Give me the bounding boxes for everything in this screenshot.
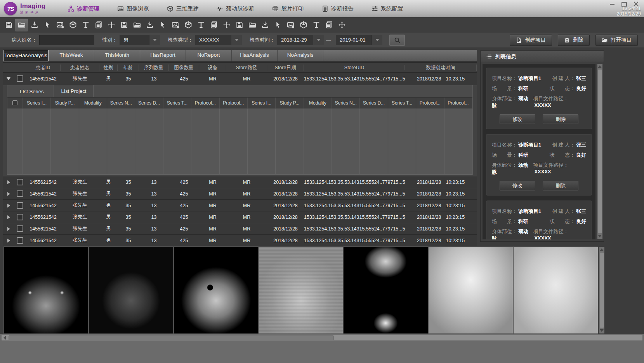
row-checkbox[interactable] bbox=[17, 190, 23, 197]
open-folder-tool-button[interactable] bbox=[130, 19, 143, 31]
scroll-up-icon[interactable] bbox=[600, 248, 604, 251]
image-badge-tool-button[interactable] bbox=[284, 19, 297, 31]
expand-cell[interactable] bbox=[3, 215, 14, 219]
row-checkbox[interactable] bbox=[17, 214, 23, 220]
checkbox-cell[interactable] bbox=[14, 225, 26, 232]
exam-type-dropdown-button[interactable] bbox=[231, 35, 242, 45]
series-select-all-checkbox[interactable] bbox=[12, 100, 17, 105]
nav-item-printer[interactable]: 胶片打印 bbox=[272, 5, 304, 12]
action-open-folder-button[interactable]: 打开项目 bbox=[595, 35, 638, 46]
expand-icon[interactable] bbox=[7, 215, 10, 219]
scroll-up-icon[interactable] bbox=[598, 65, 602, 68]
checkbox-cell[interactable] bbox=[14, 179, 26, 185]
action-trash-button[interactable]: 删除 bbox=[558, 35, 590, 46]
mri-thumbnail-3[interactable] bbox=[174, 247, 258, 333]
series-checkbox-cell[interactable] bbox=[7, 98, 23, 108]
nav-item-image-view[interactable]: 图像浏览 bbox=[117, 5, 149, 12]
delete-button[interactable]: 删除 bbox=[543, 114, 578, 124]
row-checkbox[interactable] bbox=[17, 75, 23, 82]
expand-cell[interactable] bbox=[3, 77, 14, 80]
patient-row[interactable]: 1455621542张先生男3513425MRMR2018/12/281533.… bbox=[3, 235, 477, 246]
cube-3d-tool-button[interactable] bbox=[297, 19, 310, 31]
save-tool-button[interactable] bbox=[233, 19, 246, 31]
action-file-plus-button[interactable]: 创建项目 bbox=[510, 35, 552, 46]
mri-thumbnail-1[interactable] bbox=[4, 247, 88, 333]
tab-thismonth[interactable]: ThisMonth bbox=[94, 50, 140, 61]
modify-button[interactable]: 修改 bbox=[500, 114, 535, 124]
row-checkbox[interactable] bbox=[17, 225, 23, 232]
row-checkbox[interactable] bbox=[17, 202, 23, 209]
patient-row[interactable]: 1455621542张先生男3513425MRMR2018/12/281533.… bbox=[3, 200, 477, 211]
checkbox-cell[interactable] bbox=[14, 214, 26, 220]
nav-item-waveform[interactable]: 颈动脉诊断 bbox=[217, 5, 254, 12]
save-tool-button[interactable] bbox=[118, 19, 130, 31]
expand-icon[interactable] bbox=[7, 204, 10, 208]
scroll-down-icon[interactable] bbox=[598, 235, 602, 237]
open-folder-tool-button[interactable] bbox=[15, 19, 28, 31]
expand-cell[interactable] bbox=[3, 239, 14, 243]
exam-type-select[interactable]: XXXXXX bbox=[195, 35, 242, 45]
tab-list-project[interactable]: LIst Project bbox=[54, 85, 94, 97]
mri-thumbnail-5[interactable] bbox=[344, 247, 428, 333]
expand-cell[interactable] bbox=[3, 192, 14, 196]
tab-noreport[interactable]: NoReport bbox=[186, 50, 232, 61]
move-tool-button[interactable] bbox=[105, 19, 118, 31]
row-checkbox[interactable] bbox=[17, 179, 23, 185]
text-tool-button[interactable] bbox=[310, 19, 323, 31]
patient-name-input[interactable] bbox=[39, 35, 94, 45]
checkbox-cell[interactable] bbox=[14, 190, 26, 197]
panel-scrollbar-thumb[interactable] bbox=[598, 70, 602, 233]
expand-icon[interactable] bbox=[7, 180, 10, 184]
tab-thisweek[interactable]: ThisWeek bbox=[49, 50, 94, 61]
text-tool-button[interactable] bbox=[79, 19, 92, 31]
row-checkbox[interactable] bbox=[17, 237, 23, 244]
layers-tool-button[interactable] bbox=[323, 19, 335, 31]
layers-tool-button[interactable] bbox=[207, 19, 220, 31]
patient-row[interactable]: 1455621542张先生男3513425MRMR2018/12/281533.… bbox=[3, 73, 477, 85]
horizontal-scrollbar[interactable] bbox=[2, 335, 642, 340]
nav-item-report[interactable]: 诊断报告 bbox=[322, 5, 354, 12]
patient-row[interactable]: 1455621542张先生男3513425MRMR2018/12/281533.… bbox=[3, 176, 477, 188]
date-from-dropdown-button[interactable] bbox=[313, 35, 324, 45]
image-badge-tool-button[interactable] bbox=[169, 19, 182, 31]
panel-scrollbar[interactable] bbox=[597, 64, 602, 239]
checkbox-cell[interactable] bbox=[14, 237, 26, 244]
expand-icon[interactable] bbox=[7, 192, 10, 196]
collapse-icon[interactable] bbox=[7, 77, 10, 80]
checkbox-cell[interactable] bbox=[14, 202, 26, 209]
tab-todayhasanalysis[interactable]: TodayHasAnalysis bbox=[3, 50, 49, 61]
minimize-button[interactable] bbox=[609, 2, 615, 7]
nav-item-settings[interactable]: 系统配置 bbox=[371, 5, 403, 12]
expand-cell[interactable] bbox=[3, 227, 14, 231]
cube-3d-tool-button[interactable] bbox=[182, 19, 194, 31]
date-from-select[interactable]: 2018-12-29 bbox=[277, 35, 324, 45]
mri-thumbnail-6[interactable] bbox=[429, 247, 513, 333]
checkbox-cell[interactable] bbox=[14, 75, 26, 82]
patient-row[interactable]: 1455621542张先生男3513425MRMR2018/12/281533.… bbox=[3, 223, 477, 235]
tab-hasanalysis[interactable]: HasAnalysis bbox=[232, 50, 278, 61]
expand-cell[interactable] bbox=[3, 204, 14, 208]
move-tool-button[interactable] bbox=[335, 19, 348, 31]
scroll-down-icon[interactable] bbox=[600, 329, 604, 332]
layers-tool-button[interactable] bbox=[92, 19, 105, 31]
move-tool-button[interactable] bbox=[220, 19, 233, 31]
mri-thumbnail-7[interactable] bbox=[514, 247, 598, 333]
nav-item-cube[interactable]: 三维重建 bbox=[167, 5, 199, 12]
cursor-tool-button[interactable] bbox=[41, 19, 54, 31]
delete-button[interactable]: 删除 bbox=[543, 181, 578, 190]
gender-dropdown-button[interactable] bbox=[149, 35, 160, 45]
tab-list-series[interactable]: LIst Series bbox=[13, 86, 50, 97]
modify-button[interactable]: 修改 bbox=[500, 181, 535, 190]
expand-icon[interactable] bbox=[7, 227, 10, 231]
cursor-tool-button[interactable] bbox=[156, 19, 169, 31]
thumbnail-scrollbar[interactable] bbox=[599, 247, 604, 333]
patient-row[interactable]: 1455621542张先生男3513425MRMR2018/12/281533.… bbox=[3, 211, 477, 223]
date-to-select[interactable]: 2019-01-01 bbox=[336, 35, 382, 45]
date-to-dropdown-button[interactable] bbox=[371, 35, 382, 45]
search-button[interactable] bbox=[389, 35, 405, 46]
text-tool-button[interactable] bbox=[194, 19, 207, 31]
expand-cell[interactable] bbox=[3, 180, 14, 184]
cube-3d-tool-button[interactable] bbox=[66, 19, 79, 31]
tab-hasreport[interactable]: HasReport bbox=[140, 50, 186, 61]
import-tool-button[interactable] bbox=[28, 19, 41, 31]
